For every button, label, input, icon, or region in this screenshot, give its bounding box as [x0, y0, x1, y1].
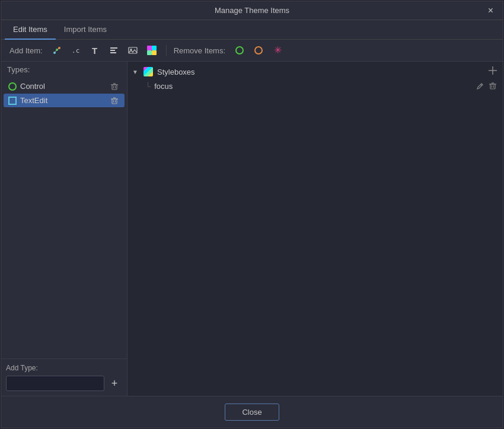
styleboxes-actions: [487, 66, 498, 76]
add-text-button[interactable]: T: [88, 43, 102, 57]
left-panel: Types: Control: [1, 62, 127, 396]
palette-icon: [147, 46, 157, 55]
focus-actions: [475, 82, 498, 92]
dialog-title: Manage Theme Items: [215, 6, 289, 15]
add-stylebox-item-button[interactable]: [487, 66, 498, 76]
delete-focus-button[interactable]: [487, 82, 498, 92]
svg-rect-7: [110, 52, 116, 53]
add-item-label: Add Item:: [9, 46, 43, 55]
add-palette-button[interactable]: [145, 43, 159, 57]
add-text-align-button[interactable]: [107, 43, 121, 57]
remove-circle-green-button[interactable]: [232, 43, 247, 57]
svg-rect-19: [112, 99, 117, 104]
svg-rect-14: [112, 85, 117, 89]
add-graph-button[interactable]: [50, 43, 64, 57]
remove-asterisk-button[interactable]: ✳: [270, 43, 285, 57]
trash-icon: [489, 82, 497, 90]
tree-line: └: [145, 82, 151, 91]
edit-focus-button[interactable]: [475, 82, 485, 92]
asterisk-icon: ✳: [274, 46, 282, 55]
focus-row-wrapper: └ focus: [127, 79, 503, 93]
add-type-row: +: [6, 376, 122, 391]
expand-arrow-styleboxes[interactable]: ▼: [132, 69, 142, 75]
svg-line-26: [481, 84, 482, 85]
trash-icon: [110, 97, 119, 105]
styleboxes-row[interactable]: ▼ Styleboxes: [127, 64, 503, 79]
remove-circle-orange-button[interactable]: [251, 43, 266, 57]
dot-c-icon: .c: [72, 47, 79, 55]
close-button[interactable]: Close: [225, 404, 279, 421]
focus-label: focus: [154, 82, 498, 91]
edit-icon: [476, 82, 484, 90]
text-align-icon: [109, 46, 119, 55]
circle-orange-icon: [254, 46, 263, 55]
svg-rect-5: [110, 47, 117, 49]
trash-icon: [110, 82, 119, 91]
title-bar: Manage Theme Items ×: [1, 1, 503, 20]
focus-row[interactable]: └ focus: [127, 79, 503, 93]
text-t-icon: T: [92, 46, 97, 56]
stylebox-icon: [143, 66, 154, 77]
svg-rect-6: [110, 50, 115, 51]
add-constant-button[interactable]: .c: [69, 43, 83, 57]
types-list: Control TextEdit: [1, 76, 127, 358]
delete-control-button[interactable]: [109, 82, 120, 91]
graph-icon: [52, 46, 62, 55]
types-label: Types:: [1, 62, 127, 76]
type-item-control[interactable]: Control: [4, 79, 125, 93]
add-type-input[interactable]: [6, 376, 104, 391]
svg-rect-27: [490, 84, 495, 89]
footer: Close: [1, 396, 503, 428]
toolbar-separator: [166, 45, 167, 56]
window-close-button[interactable]: ×: [484, 5, 497, 17]
add-type-section: Add Type: +: [1, 358, 127, 396]
svg-rect-12: [147, 50, 152, 55]
delete-textedit-button[interactable]: [109, 97, 120, 105]
add-type-label: Add Type:: [6, 364, 122, 372]
control-circle-icon: [8, 82, 17, 91]
tab-bar: Edit Items Import Items: [1, 20, 503, 40]
add-pin-icon: [489, 66, 497, 75]
remove-items-label: Remove Items:: [174, 46, 225, 55]
right-panel: ▼ Styleboxes: [127, 62, 503, 396]
items-list: ▼ Styleboxes: [127, 62, 503, 396]
circle-green-icon: [235, 46, 244, 55]
type-item-textedit[interactable]: TextEdit: [4, 94, 125, 107]
svg-rect-10: [147, 46, 152, 50]
add-type-button[interactable]: +: [107, 376, 122, 391]
styleboxes-label: Styleboxes: [157, 68, 498, 76]
tab-import-items[interactable]: Import Items: [56, 20, 115, 40]
svg-rect-13: [152, 50, 157, 55]
toolbar: Add Item: .c T: [1, 40, 503, 62]
type-name-textedit: TextEdit: [20, 96, 106, 105]
svg-rect-11: [152, 46, 157, 50]
type-name-control: Control: [20, 82, 106, 91]
manage-theme-dialog: Manage Theme Items × Edit Items Import I…: [1, 1, 503, 428]
image-icon: [128, 46, 138, 55]
add-image-button[interactable]: [126, 43, 140, 57]
tab-edit-items[interactable]: Edit Items: [5, 20, 56, 40]
svg-line-3: [55, 50, 57, 53]
styleboxes-row-wrapper: ▼ Styleboxes: [127, 64, 503, 79]
textedit-square-icon: [8, 97, 17, 105]
content-area: Types: Control: [1, 62, 503, 396]
